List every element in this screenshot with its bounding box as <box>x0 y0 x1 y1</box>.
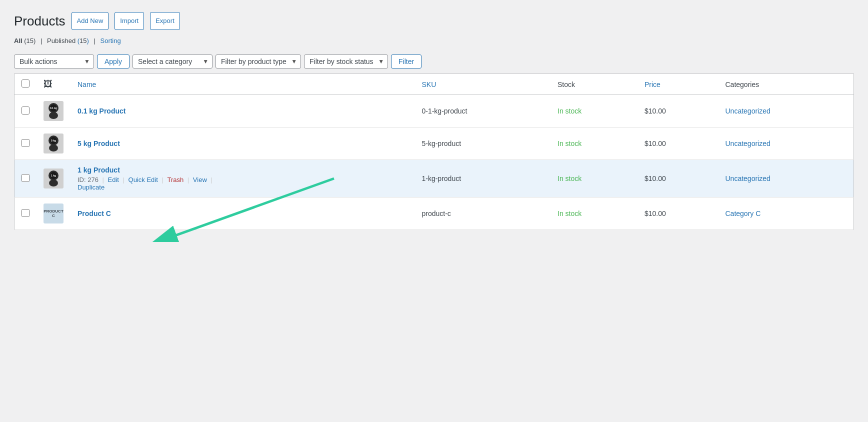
row-stock-cell: In stock <box>550 160 638 198</box>
svg-point-8 <box>49 144 58 152</box>
kettlebell-svg: 0.1 kg <box>44 102 62 120</box>
product-name-link[interactable]: 1 kg Product <box>78 166 120 174</box>
svg-text:1 kg: 1 kg <box>51 174 56 177</box>
stock-status-badge: In stock <box>558 140 582 148</box>
row-name-cell: 0.1 kg Product <box>70 95 414 128</box>
select-all-header <box>14 74 37 95</box>
row-checkbox[interactable] <box>22 209 30 217</box>
bulk-actions-dropdown[interactable]: Bulk actions <box>14 54 94 68</box>
filter-bar: Bulk actions ▼ Apply Select a category ▼… <box>14 50 854 74</box>
sorting-filter[interactable]: Sorting <box>100 37 121 44</box>
category-link[interactable]: Uncategorized <box>726 174 770 182</box>
row-stock-cell: In stock <box>550 128 638 160</box>
product-thumbnail: 0.1 kg <box>44 101 64 121</box>
row-sku-cell: product-c <box>414 198 550 230</box>
name-column-header[interactable]: Name <box>70 74 414 95</box>
quick-edit-link[interactable]: Quick Edit <box>128 176 158 184</box>
page-title: Products <box>14 14 66 29</box>
stock-status-badge: In stock <box>558 107 582 115</box>
product-thumbnail: 1 kg <box>44 168 64 188</box>
bulk-actions-wrap: Bulk actions ▼ <box>14 54 94 68</box>
category-filter-dropdown[interactable]: Select a category <box>132 54 212 68</box>
row-stock-cell: In stock <box>550 198 638 230</box>
stock-status-badge: In stock <box>558 210 582 218</box>
select-all-checkbox[interactable] <box>22 80 30 88</box>
price-column-header[interactable]: Price <box>638 74 718 95</box>
product-thumbnail: PRODUCT C <box>44 204 64 224</box>
row-checkbox-cell <box>14 128 37 160</box>
table-row: 0.1 kg 0.1 kg Product 0-1-kg-product In … <box>14 95 854 128</box>
row-sku-cell: 1-kg-product <box>414 160 550 198</box>
import-button[interactable]: Import <box>114 12 144 30</box>
row-price-cell: $10.00 <box>638 95 718 128</box>
row-categories-cell: Category C <box>718 198 854 230</box>
export-button[interactable]: Export <box>150 12 180 30</box>
row-categories-cell: Uncategorized <box>718 160 854 198</box>
products-table: 🖼 Name SKU Stock Price Categories <box>14 74 854 230</box>
stock-column-header: Stock <box>550 74 638 95</box>
edit-link[interactable]: Edit <box>108 176 119 184</box>
row-price-cell: $10.00 <box>638 198 718 230</box>
product-name-link[interactable]: 0.1 kg Product <box>78 107 126 115</box>
row-checkbox[interactable] <box>22 106 30 114</box>
row-price-cell: $10.00 <box>638 128 718 160</box>
filter-button[interactable]: Filter <box>391 54 422 68</box>
category-link[interactable]: Uncategorized <box>726 107 770 115</box>
category-link[interactable]: Category C <box>726 210 761 218</box>
apply-button[interactable]: Apply <box>97 54 130 68</box>
row-checkbox-cell <box>14 198 37 230</box>
row-name-cell: 1 kg Product ID: 276 | Edit | Quick Edit… <box>70 160 414 198</box>
product-type-filter-dropdown[interactable]: Filter by product type <box>216 54 301 68</box>
duplicate-link[interactable]: Duplicate <box>78 184 104 191</box>
row-image-cell: 5 kg <box>36 128 70 160</box>
row-categories-cell: Uncategorized <box>718 95 854 128</box>
product-thumbnail: 5 kg <box>44 134 64 154</box>
row-checkbox[interactable] <box>22 139 30 147</box>
row-image-cell: PRODUCT C <box>36 198 70 230</box>
svg-text:5 kg: 5 kg <box>51 139 56 142</box>
kettlebell-svg: 5 kg <box>44 134 62 152</box>
row-checkbox-cell <box>14 95 37 128</box>
category-filter-wrap: Select a category ▼ <box>132 54 212 68</box>
row-sku-cell: 5-kg-product <box>414 128 550 160</box>
view-link[interactable]: View <box>193 176 207 184</box>
row-checkbox[interactable] <box>22 174 30 182</box>
row-checkbox-cell <box>14 160 37 198</box>
svg-point-13 <box>49 180 58 186</box>
page-header: Products Add New Import Export <box>14 12 854 30</box>
svg-point-3 <box>49 112 58 119</box>
products-table-container: 🖼 Name SKU Stock Price Categories <box>14 74 854 230</box>
subheader: All (15) | Published (15) | Sorting <box>14 37 854 44</box>
category-link[interactable]: Uncategorized <box>726 140 770 148</box>
all-filter: All (15) <box>14 37 38 44</box>
stock-status-badge: In stock <box>558 174 582 182</box>
stock-status-filter-dropdown[interactable]: Filter by stock status <box>304 54 388 68</box>
product-name-link[interactable]: 5 kg Product <box>78 140 120 148</box>
row-name-cell: Product C <box>70 198 414 230</box>
row-price-cell: $10.00 <box>638 160 718 198</box>
table-header-row: 🖼 Name SKU Stock Price Categories <box>14 74 854 95</box>
stock-status-filter-wrap: Filter by stock status ▼ <box>304 54 388 68</box>
row-image-cell: 0.1 kg <box>36 95 70 128</box>
kettlebell-svg: 1 kg <box>44 170 62 188</box>
table-row: PRODUCT C Product C product-c In stock $… <box>14 198 854 230</box>
image-column-icon: 🖼 <box>44 79 52 89</box>
row-image-cell: 1 kg <box>36 160 70 198</box>
published-filter[interactable]: Published (15) <box>47 37 90 44</box>
row-categories-cell: Uncategorized <box>718 128 854 160</box>
svg-text:0.1 kg: 0.1 kg <box>50 106 57 110</box>
sku-column-header[interactable]: SKU <box>414 74 550 95</box>
row-actions: ID: 276 | Edit | Quick Edit | Trash | Vi… <box>78 176 408 191</box>
image-column-header: 🖼 <box>36 74 70 95</box>
add-new-button[interactable]: Add New <box>72 12 109 30</box>
row-stock-cell: In stock <box>550 95 638 128</box>
product-type-filter-wrap: Filter by product type ▼ <box>216 54 301 68</box>
row-sku-cell: 0-1-kg-product <box>414 95 550 128</box>
table-row: 5 kg 5 kg Product 5-kg-product In stock … <box>14 128 854 160</box>
trash-link[interactable]: Trash <box>167 176 184 184</box>
table-row: 1 kg 1 kg Product ID: 276 | Edit | Quick… <box>14 160 854 198</box>
categories-column-header: Categories <box>718 74 854 95</box>
row-id-label: ID: 276 <box>78 176 98 184</box>
product-name-link[interactable]: Product C <box>78 210 111 218</box>
row-name-cell: 5 kg Product <box>70 128 414 160</box>
